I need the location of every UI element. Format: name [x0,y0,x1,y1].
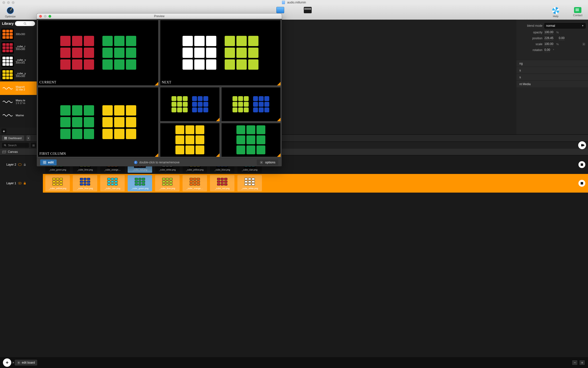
clip-label: _cube_orange.... [186,187,203,190]
library-item-sub: 1 h 17 m [16,102,36,105]
svg-line-1 [25,24,26,25]
svg-line-4 [5,145,6,146]
lock-icon[interactable] [24,163,26,166]
cube-thumbnail [1,42,14,53]
clip[interactable]: _cube_green.png [128,175,152,191]
svg-rect-9 [24,183,26,184]
lock-icon[interactable] [24,182,26,185]
library-item[interactable]: _cube_y300x300 [0,68,37,81]
clip-label: _cube_green.png [131,187,148,190]
dashboard-dropdown[interactable]: ▼ [26,135,30,141]
cube-thumbnail [244,177,256,186]
grid-icon [4,137,7,139]
resize-handle-icon[interactable] [277,118,281,121]
clip-label: _cube_yellow.png [49,187,66,190]
gauge-icon [7,7,14,14]
toolbar-center [276,7,312,13]
svg-point-0 [24,23,26,25]
library-item[interactable]: Magnét32 min 2 [0,81,37,95]
preview-current-pane[interactable]: CURRENT [38,20,159,86]
preview-sub-pane[interactable] [221,87,281,121]
hint-text: i double-click to rename/remove [60,161,254,164]
clip-label: _cube_green.png [49,169,66,171]
layer-name: Layer 1 [6,182,16,185]
cube-thumbnail [79,177,91,186]
clip[interactable]: _cube_red.png [210,175,234,191]
list-mode-button[interactable] [31,143,36,148]
library-item[interactable]: 300x300 [0,27,37,41]
optimize-button[interactable]: Optimize [3,7,18,18]
library-item-name: _cube_y [16,72,36,75]
clip[interactable]: _cube_white.png [237,175,262,191]
preview-edit-button[interactable]: edit [40,159,57,165]
pane-label: FIRST COLUMN [39,152,66,156]
clip[interactable]: _cube_cian.png [100,175,125,191]
library-item[interactable]: _cube_r300x300 [0,41,37,54]
layers-icon [2,150,6,153]
cube-thumbnail [1,29,14,40]
gear-icon [260,161,263,164]
document-icon [282,1,285,4]
dashboard-tab[interactable]: Dashboard [2,135,24,141]
resize-handle-icon[interactable] [216,153,220,157]
waveform-icon [1,85,14,92]
search-icon [24,22,26,25]
clip-label: _cube_red.png [133,169,147,171]
clip-label: _cube_white.png [159,169,176,171]
library-add-button[interactable]: + [1,129,6,133]
resize-handle-icon[interactable] [277,82,281,85]
cube-thumbnail [1,69,14,80]
timeline-search-input[interactable]: Search [2,143,29,148]
library-title: Library [2,22,13,26]
cube-thumbnail [216,177,228,186]
preview-next-pane[interactable]: NEXT [160,20,281,86]
cube-thumbnail [134,177,146,186]
clip-label: _cube_blue.png [77,187,93,190]
monitor-icon[interactable] [276,7,284,13]
preview-titlebar[interactable]: Preview [37,13,282,19]
layer-row[interactable]: Layer 1_cube_yellow.png_cube_blue.png_cu… [0,174,353,193]
preview-sub-pane[interactable] [221,123,281,157]
library-search[interactable] [15,21,35,26]
preview-sub-pane[interactable] [160,87,220,121]
preview-window[interactable]: Preview CURRENT NEXT FIRST COLUMN [37,13,282,166]
visibility-eye-icon[interactable] [18,182,22,184]
preview-first-column-pane[interactable]: FIRST COLUMN [38,87,159,157]
resize-handle-icon[interactable] [155,153,158,157]
window-title: audio.millumin [0,1,353,4]
resize-handle-icon[interactable] [216,118,220,121]
clip[interactable]: _cube_yellow.png [45,175,70,191]
clip[interactable]: _cube_blue.png [73,175,97,191]
clip-label: _cube_blue.png [214,169,230,171]
resize-handle-icon[interactable] [155,82,158,85]
cube-thumbnail [161,177,173,186]
waveform-icon [1,112,14,118]
library-item[interactable]: Marine [0,108,37,122]
main-titlebar[interactable]: audio.millumin [0,0,353,5]
preview-sub-pane[interactable] [160,123,220,157]
clip-label: _cube_white.png [241,187,258,190]
library-item[interactable]: Manu le1 h 17 m [0,95,37,108]
library-item-name: _cube_r [16,45,36,48]
waveform-icon [1,99,14,105]
clip-label: _cube_cian.png [242,169,257,171]
midi-icon[interactable] [304,7,312,13]
library-item-sub: 300x301 [16,61,36,64]
library-panel: Library 300x300_cube_r300x300_cube_v300x… [0,20,37,134]
clip[interactable]: _cube_lime.png [155,175,180,191]
info-icon: i [134,161,137,164]
grid-icon [43,161,46,164]
layer-name: Layer 2 [6,163,16,166]
resize-handle-icon[interactable] [277,153,281,157]
library-item[interactable]: _cube_v300x301 [0,54,37,68]
app-window: audio.millumin Optimize Help Contact [0,0,353,213]
preview-options-button[interactable]: options [257,159,278,165]
library-item-sub: 32 min 2 [16,88,36,91]
library-item-name: Manu le [16,99,36,102]
clip-label: _cube_lime.png [159,187,175,190]
library-item-name: Magnét [16,85,36,88]
clip-label: _cube_red.png [215,187,230,190]
clip[interactable]: _cube_orange.... [183,175,207,191]
visibility-eye-icon[interactable] [18,163,22,166]
window-title-text: audio.millumin [287,1,306,4]
